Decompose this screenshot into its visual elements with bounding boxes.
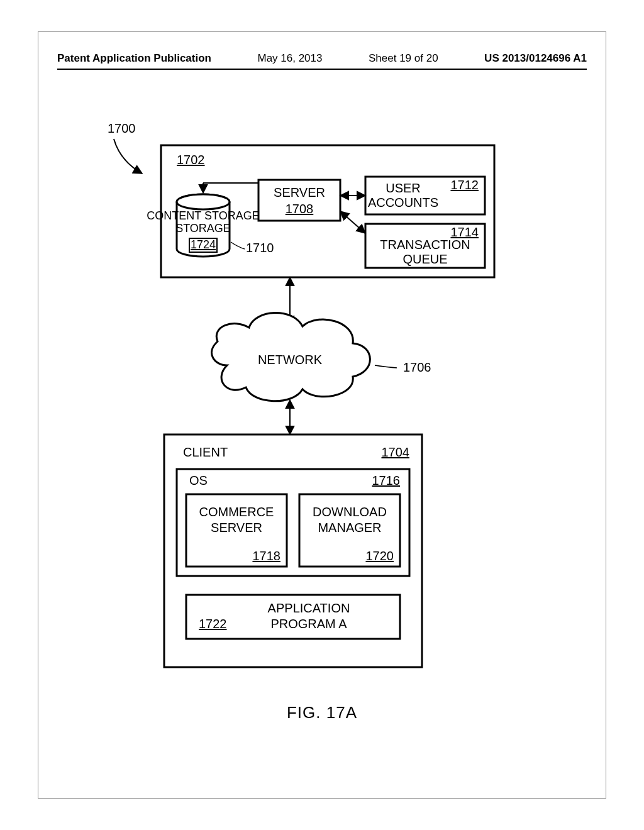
svg-text:CONTENT STORAGE: CONTENT STORAGE — [147, 209, 259, 222]
svg-text:COMMERCE: COMMERCE — [199, 505, 274, 519]
leader-1710 — [231, 242, 245, 249]
ref-1704: 1704 — [382, 445, 410, 459]
ref-1700: 1700 — [108, 121, 136, 135]
page-header: Patent Application Publication May 16, 2… — [57, 52, 587, 65]
label-user-accounts-2: ACCOUNTS — [368, 196, 438, 209]
svg-text:STORAGE: STORAGE — [175, 222, 231, 235]
figure-caption: FIG. 17A — [38, 703, 606, 722]
header-docnum: US 2013/0124696 A1 — [484, 52, 587, 65]
header-rule — [57, 69, 587, 70]
svg-point-1 — [177, 194, 230, 209]
ref-1718: 1718 — [253, 549, 281, 563]
label-os: OS — [189, 473, 208, 487]
leader-1706 — [375, 365, 397, 368]
svg-text:DOWNLOAD: DOWNLOAD — [313, 505, 387, 519]
ref-1708: 1708 — [286, 202, 314, 216]
cylinder-content-storage: CONTENT STORAGE STORAGE 1724 — [147, 194, 259, 257]
leader-1700 — [114, 139, 142, 174]
conn-server-txn — [340, 211, 365, 233]
cloud-network: NETWORK — [212, 313, 370, 401]
label-txn-2: QUEUE — [402, 252, 447, 266]
ref-1702: 1702 — [177, 153, 205, 167]
ref-1720: 1720 — [366, 549, 394, 563]
svg-text:SERVER: SERVER — [211, 521, 262, 534]
label-txn-1: TRANSACTION — [380, 238, 470, 252]
ref-1710: 1710 — [246, 241, 274, 255]
label-user-accounts-1: USER — [386, 181, 421, 195]
svg-text:APPLICATION: APPLICATION — [268, 601, 350, 615]
ref-1712: 1712 — [451, 178, 479, 192]
diagram: 1700 1702 CONTENT STORAGE STORAGE 1724 S… — [38, 108, 607, 749]
ref-1722: 1722 — [199, 617, 227, 631]
label-network: NETWORK — [258, 353, 323, 367]
page-frame: Patent Application Publication May 16, 2… — [38, 31, 606, 799]
ref-1714: 1714 — [451, 225, 479, 239]
header-publication: Patent Application Publication — [57, 52, 211, 64]
header-date: May 16, 2013 — [257, 52, 322, 65]
svg-text:PROGRAM A: PROGRAM A — [270, 617, 347, 631]
ref-1716: 1716 — [372, 473, 401, 487]
ref-1706: 1706 — [403, 360, 431, 374]
label-server: SERVER — [274, 185, 325, 199]
ref-1724: 1724 — [191, 238, 216, 251]
header-sheet: Sheet 19 of 20 — [369, 52, 438, 65]
label-client: CLIENT — [183, 445, 228, 459]
svg-text:MANAGER: MANAGER — [318, 521, 381, 534]
